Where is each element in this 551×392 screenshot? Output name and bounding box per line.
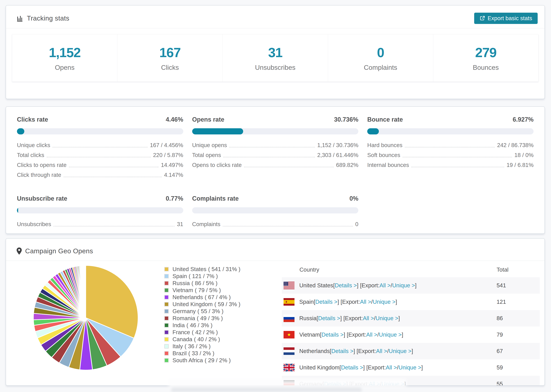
export-all-link[interactable]: All > <box>366 331 377 338</box>
export-all-link[interactable]: All > <box>386 364 397 371</box>
geo-table-row: Spain [Details >] [Export: All > / Uniqu… <box>282 294 540 310</box>
export-unique-link[interactable]: Unique > <box>389 348 411 354</box>
details-link[interactable]: Details > <box>322 331 344 338</box>
rate-value: 30.736% <box>334 116 358 123</box>
bar-chart-icon <box>17 15 23 22</box>
country-name: Russia <box>299 315 317 322</box>
stat-cell: 167 Clicks <box>117 34 222 82</box>
export-unique-link[interactable]: Unique > <box>379 331 402 338</box>
rate-row-label: Complaints <box>192 221 220 227</box>
legend-color-swatch <box>164 267 169 271</box>
export-unique-link[interactable]: Unique > <box>399 364 421 371</box>
export-unique-link[interactable]: Unique > <box>392 282 415 289</box>
rate-row: Hard bounces 242 / 86.738% <box>367 140 534 150</box>
bracket-token: [ <box>333 282 335 289</box>
export-token: ] [Export: <box>353 348 376 354</box>
details-link[interactable]: Details > <box>335 282 357 289</box>
export-basic-stats-button[interactable]: Export basic stats <box>474 13 538 24</box>
legend-color-swatch <box>164 323 169 328</box>
geo-body: United States ( 541 / 31% ) Spain ( 121 … <box>6 261 544 386</box>
rate-rows: Unique opens 1,152 / 30.736% Total opens… <box>192 140 359 170</box>
blur-artifact <box>169 379 406 388</box>
rate-row: Soft bounces 18 / 0% <box>367 150 534 160</box>
legend-item: India ( 46 / 3% ) <box>164 322 240 329</box>
rate-row: Complaints 0 <box>192 219 359 229</box>
rate-row: Total clicks 220 / 5.87% <box>17 150 183 160</box>
legend-color-swatch <box>164 358 169 363</box>
rate-header: Unsubscribe rate 0.77% <box>17 195 183 202</box>
stat-label: Complaints <box>364 64 397 71</box>
column-header-country: Country <box>299 266 319 273</box>
progress-bar-fill <box>192 128 243 134</box>
stat-cell: 31 Unsubscribes <box>223 34 328 82</box>
slash-token: / <box>397 364 398 371</box>
stat-label: Opens <box>55 64 75 71</box>
rate-row-value: 14.497% <box>161 162 183 168</box>
bracket-close-token: ] <box>411 348 413 354</box>
legend-country: South Africa <box>172 357 203 364</box>
legend-detail: ( 121 / 7% ) <box>189 273 218 280</box>
rate-row-label: Click through rate <box>17 172 61 178</box>
dotted-leader <box>403 153 512 157</box>
rates-card: Clicks rate 4.46% Unique clicks 167 / 4.… <box>6 106 545 234</box>
progress-bar-track <box>192 207 359 213</box>
bracket-close-token: ] <box>402 331 403 338</box>
tracking-stats-title: Tracking stats <box>27 14 69 22</box>
legend-detail: ( 46 / 3% ) <box>186 322 212 329</box>
export-unique-link[interactable]: Unique > <box>376 315 398 322</box>
dotted-leader <box>229 143 315 147</box>
rate-row-label: Clicks to opens rate <box>17 162 67 168</box>
rate-row-value: 31 <box>177 221 183 227</box>
bracket-token: [ <box>339 364 341 371</box>
legend-detail: ( 79 / 5% ) <box>195 287 221 294</box>
export-all-link[interactable]: All > <box>360 299 371 305</box>
details-link[interactable]: Details > <box>331 348 353 354</box>
rate-row-value: 1,152 / 30.736% <box>317 142 358 148</box>
geo-table-header: Country Total <box>282 262 540 277</box>
rate-row-label: Hard bounces <box>367 142 402 148</box>
legend-country: India <box>172 322 185 329</box>
legend-item: Canada ( 40 / 2% ) <box>164 336 240 343</box>
details-link[interactable]: Details > <box>315 299 338 305</box>
rate-value: 6.927% <box>513 116 534 123</box>
legend-color-swatch <box>164 274 169 279</box>
export-all-link[interactable]: All > <box>363 315 374 322</box>
dotted-leader <box>223 222 353 226</box>
stat-value: 1,152 <box>49 45 80 60</box>
country-name: Netherlands <box>299 348 330 354</box>
export-token: ] [Export: <box>340 315 363 322</box>
export-all-link[interactable]: All > <box>380 282 391 289</box>
rate-section: Opens rate 30.736% Unique opens 1,152 / … <box>192 116 359 180</box>
export-unique-link[interactable]: Unique > <box>373 299 396 305</box>
map-marker-icon <box>17 247 22 255</box>
export-all-link[interactable]: All > <box>376 348 387 354</box>
progress-bar-fill <box>17 128 24 134</box>
country-name: Spain <box>299 299 314 305</box>
rate-title: Opens rate <box>192 116 224 123</box>
rate-header: Opens rate 30.736% <box>192 116 359 123</box>
rate-header: Clicks rate 4.46% <box>17 116 183 123</box>
slash-token: / <box>387 348 389 354</box>
country-total: 86 <box>497 315 503 322</box>
details-link[interactable]: Details > <box>318 315 340 322</box>
header-divider <box>6 28 544 28</box>
legend-item: Germany ( 55 / 3% ) <box>164 308 240 315</box>
geo-legend: United States ( 541 / 31% ) Spain ( 121 … <box>164 266 240 364</box>
geo-table-row: Vietnam [Details >] [Export: All > / Uni… <box>282 327 540 343</box>
rate-rows: Complaints 0 <box>192 219 359 229</box>
details-link[interactable]: Details > <box>341 364 363 371</box>
country-total: 55 <box>497 381 503 386</box>
legend-item: Netherlands ( 67 / 4% ) <box>164 294 240 301</box>
rate-row-value: 242 / 86.738% <box>497 142 534 148</box>
dotted-leader <box>69 163 159 167</box>
rate-row-value: 18 / 0% <box>514 152 534 158</box>
rate-row-label: Total opens <box>192 152 221 158</box>
dotted-leader <box>64 173 162 177</box>
legend-detail: ( 67 / 4% ) <box>205 294 231 301</box>
rate-row-value: 167 / 4.456% <box>150 142 183 148</box>
export-token: ] [Export: <box>363 364 386 371</box>
legend-color-swatch <box>164 281 169 286</box>
rate-header: Complaints rate 0% <box>192 195 359 202</box>
legend-country: Russia <box>172 280 190 287</box>
campaign-geo-opens-card: Campaign Geo Opens United States ( 541 /… <box>6 238 545 386</box>
